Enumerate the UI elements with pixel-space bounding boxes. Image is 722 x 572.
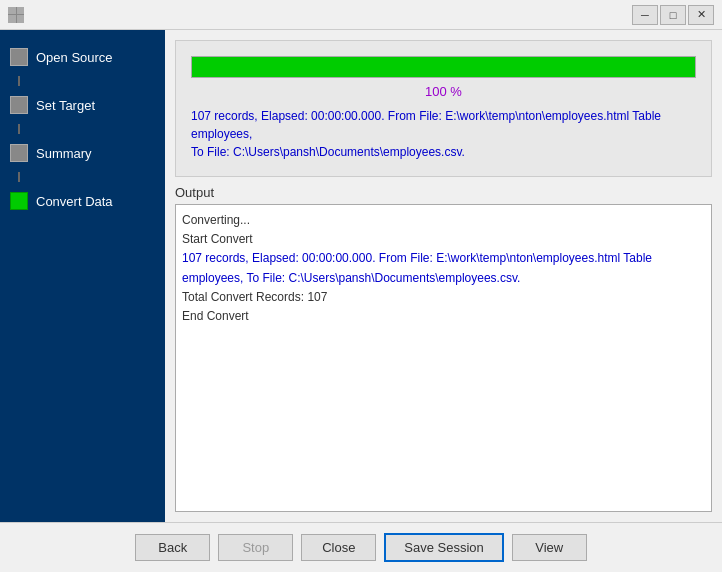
sidebar-label-convert-data: Convert Data: [36, 194, 113, 209]
output-line: 107 records, Elapsed: 00:00:00.000. From…: [182, 249, 705, 287]
progress-bar-fill: [192, 57, 695, 77]
output-line: Converting...: [182, 211, 705, 230]
bottom-bar: Back Stop Close Save Session View: [0, 522, 722, 572]
main-content: Open Source Set Target Summary Convert D…: [0, 30, 722, 522]
sidebar-item-open-source[interactable]: Open Source: [0, 40, 165, 74]
output-label: Output: [175, 185, 712, 200]
step-indicator-1: [10, 48, 28, 66]
sidebar-label-summary: Summary: [36, 146, 92, 161]
sidebar-item-convert-data[interactable]: Convert Data: [0, 184, 165, 218]
save-session-button[interactable]: Save Session: [384, 533, 504, 562]
step-indicator-4: [10, 192, 28, 210]
sidebar-label-set-target: Set Target: [36, 98, 95, 113]
output-line: Total Convert Records: 107: [182, 288, 705, 307]
progress-bar-container: [191, 56, 696, 78]
connector-3: [18, 172, 20, 182]
app-icon: [8, 7, 24, 23]
sidebar-label-open-source: Open Source: [36, 50, 113, 65]
maximize-button[interactable]: □: [660, 5, 686, 25]
titlebar: ─ □ ✕: [0, 0, 722, 30]
output-box[interactable]: Converting...Start Convert107 records, E…: [175, 204, 712, 512]
close-button[interactable]: Close: [301, 534, 376, 561]
connector-2: [18, 124, 20, 134]
titlebar-controls: ─ □ ✕: [632, 5, 714, 25]
progress-info-line1: 107 records, Elapsed: 00:00:00.000. From…: [191, 109, 661, 141]
connector-1: [18, 76, 20, 86]
progress-info-line2: To File: C:\Users\pansh\Documents\employ…: [191, 145, 465, 159]
minimize-button[interactable]: ─: [632, 5, 658, 25]
progress-percent: 100 %: [191, 84, 696, 99]
back-button[interactable]: Back: [135, 534, 210, 561]
sidebar: Open Source Set Target Summary Convert D…: [0, 30, 165, 522]
stop-button[interactable]: Stop: [218, 534, 293, 561]
step-indicator-2: [10, 96, 28, 114]
right-panel: 100 % 107 records, Elapsed: 00:00:00.000…: [165, 30, 722, 522]
step-indicator-3: [10, 144, 28, 162]
output-section: Output Converting...Start Convert107 rec…: [175, 185, 712, 512]
view-button[interactable]: View: [512, 534, 587, 561]
progress-section: 100 % 107 records, Elapsed: 00:00:00.000…: [175, 40, 712, 177]
sidebar-item-summary[interactable]: Summary: [0, 136, 165, 170]
output-line: End Convert: [182, 307, 705, 326]
progress-info: 107 records, Elapsed: 00:00:00.000. From…: [191, 107, 696, 161]
close-window-button[interactable]: ✕: [688, 5, 714, 25]
sidebar-item-set-target[interactable]: Set Target: [0, 88, 165, 122]
output-line: Start Convert: [182, 230, 705, 249]
titlebar-left: [8, 7, 30, 23]
